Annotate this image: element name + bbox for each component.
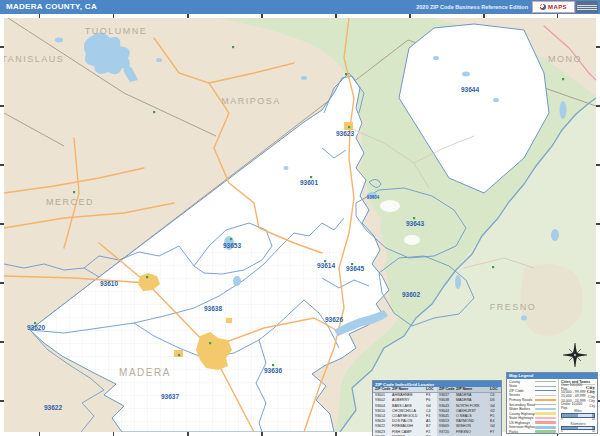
county-line-swatch	[535, 381, 556, 382]
county-label: STANISLAUS	[4, 54, 64, 64]
zip-label: 93644	[461, 86, 479, 93]
city-class-row: 25,000 - 49,999City	[561, 394, 595, 399]
logo-badge	[576, 1, 598, 13]
county-label: FRESNO	[490, 302, 537, 312]
table-row: 93720FRESNOF7	[437, 430, 501, 435]
zip-label: 93614	[317, 262, 335, 269]
zip-label: 93638	[204, 305, 222, 312]
scale-bar-miles: Miles 010	[561, 409, 595, 420]
page-title: MADERA COUNTY, CA	[6, 2, 97, 11]
county-label: MONO	[548, 54, 582, 64]
zip-label: 93645	[346, 265, 364, 272]
secondary-roads-swatch	[535, 404, 556, 405]
zip-label: 93653	[223, 242, 241, 249]
grid-ticks-left	[0, 18, 4, 432]
edition-label: 2020 ZIP Code Business Reference Edition	[416, 4, 528, 10]
col-zip-name: ZIP Name	[456, 387, 490, 392]
zip-label: 93636	[264, 367, 282, 374]
zip-index-table: ZIP Code Index/Grid Locator ZIP Code ZIP…	[372, 380, 502, 436]
col-zip-code: ZIP Code	[437, 387, 456, 392]
header-bar: MADERA COUNTY, CA 2020 ZIP Code Business…	[0, 0, 600, 15]
state-hwy-swatch	[535, 417, 556, 420]
grid-ticks-right	[596, 18, 600, 432]
col-loc: LOC	[490, 387, 500, 392]
map-frame: STANISLAUS TUOLUMNE MONO MARIPOSA MERCED…	[0, 14, 600, 436]
zip-label: 93602	[402, 291, 420, 298]
county-label: MADERA	[119, 367, 171, 378]
col-loc: LOC	[426, 387, 436, 392]
logo-text: MAPS	[548, 4, 567, 10]
zip-label: 93601	[300, 179, 318, 186]
water-swatch	[535, 408, 556, 411]
state-line-swatch	[535, 386, 556, 387]
zip-label: 93623	[336, 130, 354, 137]
zip-label: 93626	[325, 316, 343, 323]
parks-swatch	[535, 430, 556, 433]
legend-cities: Cities and Towns Over 100,000 Pop.City 5…	[558, 379, 597, 436]
primary-roads-swatch	[535, 399, 556, 400]
zip-label: 93622	[44, 404, 62, 411]
col-zip-code: ZIP Code	[373, 387, 392, 392]
zip-label: 93620	[27, 324, 45, 331]
county-label: MARIPOSA	[221, 96, 281, 106]
zip-label: 93637	[161, 393, 179, 400]
publisher-logo: MAPS	[532, 1, 598, 13]
col-zip-name: ZIP Name	[392, 387, 426, 392]
county-label: MERCED	[46, 197, 94, 207]
zip-line-swatch	[535, 390, 556, 391]
streets-swatch	[535, 395, 556, 396]
map-poster-screen: MADERA COUNTY, CA 2020 ZIP Code Business…	[0, 0, 600, 436]
county-label: TUOLUMNE	[85, 26, 148, 36]
zip-index-right: ZIP Code ZIP Name LOC 93637MADERAC6 9363…	[437, 387, 501, 436]
interstate-swatch	[535, 426, 556, 429]
legend-symbols: County State ZIP Code Streets Primary Ro…	[507, 379, 558, 436]
scale-bar-km: Kilometers 010	[561, 422, 595, 433]
zip-label: 93610	[100, 280, 118, 287]
map-legend: Map Legend County State ZIP Code Streets…	[506, 372, 598, 434]
zip-label: 93643	[406, 220, 424, 227]
globe-icon	[540, 4, 546, 10]
us-hwy-swatch	[535, 421, 556, 424]
county-map: STANISLAUS TUOLUMNE MONO MARIPOSA MERCED…	[4, 18, 596, 432]
city-class-row: Under 10,000 Pop.City	[561, 403, 595, 408]
county-hwy-swatch	[535, 412, 556, 415]
zip-label: 93604	[367, 195, 380, 200]
logo-main: MAPS	[532, 1, 575, 13]
zip-index-left: ZIP Code ZIP Name LOC 93601AHWAHNEEF3 93…	[373, 387, 437, 436]
legend-item: Parks	[509, 430, 556, 435]
grid-ticks-top	[4, 14, 596, 18]
